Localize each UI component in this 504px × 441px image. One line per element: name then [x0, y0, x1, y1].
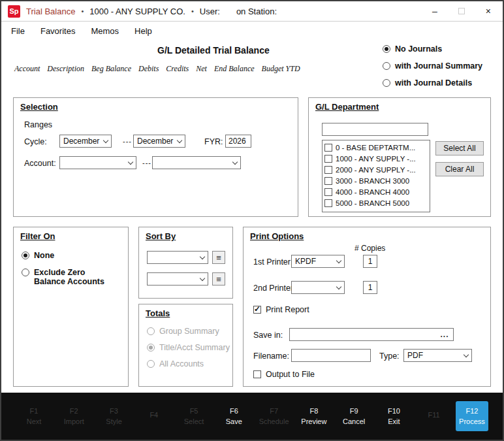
col-description: Description — [47, 64, 84, 74]
cycle-from-select[interactable]: December — [59, 135, 112, 148]
col-end-balance: End Balance — [214, 64, 255, 74]
fn-key-f3: F3Style — [96, 407, 133, 425]
selection-groupbox: Selection Ranges Cycle: December --- Dec… — [13, 97, 298, 217]
fn-key-f10-exit[interactable]: F10Exit — [375, 407, 412, 425]
station-label: on Station: — [236, 7, 277, 16]
window-title: Trial Balance — [26, 7, 75, 16]
select-all-button[interactable]: Select All — [435, 141, 484, 155]
col-net: Net — [196, 64, 207, 74]
chevron-down-icon — [334, 287, 344, 289]
fn-key-f6-save[interactable]: F6Save — [215, 407, 252, 425]
cycle-to-select[interactable]: December — [133, 135, 185, 148]
separator-bullet: • — [191, 7, 194, 15]
radio-icon — [383, 79, 390, 87]
radio-icon — [147, 344, 155, 351]
output-to-file-checkbox[interactable]: Output to File — [253, 370, 315, 379]
radio-icon — [22, 252, 29, 259]
checkbox-icon — [324, 177, 332, 185]
fn-key-f7: F7Schedule — [256, 407, 292, 425]
sort-by-select-2[interactable] — [147, 272, 208, 286]
minimize-icon[interactable]: – — [432, 7, 437, 16]
col-account: Account — [14, 64, 40, 74]
fn-key-f4: F4 — [136, 411, 172, 421]
list-icon: ≡ — [216, 253, 221, 263]
app-logo-icon: Sp — [8, 5, 20, 18]
print-options-groupbox: Print Options # Copies 1st Printer: KPDF… — [243, 227, 491, 387]
filename-label: Filename: — [253, 351, 289, 361]
chevron-down-icon — [174, 140, 185, 142]
radio-icon — [22, 269, 29, 276]
printer1-copies-input[interactable] — [363, 255, 377, 268]
sort-list-button-1[interactable]: ≡ — [212, 251, 225, 264]
function-key-bar: F1Next F2Import F3Style F4 F5Select F6Sa… — [1, 393, 503, 440]
menu-file[interactable]: File — [11, 26, 25, 36]
copies-label: # Copies — [354, 244, 385, 253]
journal-option-with-summary[interactable]: with Journal Summary — [383, 61, 482, 71]
maximize-icon — [458, 8, 465, 14]
selection-title: Selection — [20, 102, 58, 112]
account-from-select[interactable] — [59, 156, 136, 169]
clear-all-button[interactable]: Clear All — [435, 162, 484, 176]
close-icon[interactable]: × — [486, 7, 491, 16]
printer1-select[interactable]: KPDF — [291, 255, 345, 268]
checkbox-icon — [253, 370, 261, 378]
filename-input[interactable] — [291, 349, 371, 362]
sort-list-button-2[interactable]: ≡ — [212, 272, 225, 286]
sort-by-groupbox: Sort By ≡ ≡ — [138, 227, 233, 299]
printer2-label: 2nd Printer: — [253, 284, 296, 293]
department-list: 0 - BASE DEPTARTM... 1000 - ANY SUPPLY -… — [322, 140, 430, 212]
page-title: G/L Detailed Trial Balance — [157, 45, 270, 56]
department-item[interactable]: 0 - BASE DEPTARTM... — [323, 142, 430, 153]
fn-key-f8-preview[interactable]: F8Preview — [296, 407, 332, 425]
save-in-label: Save in: — [253, 331, 283, 340]
account-to-select[interactable] — [152, 156, 241, 169]
department-item[interactable]: 2000 - ANY SUPPLY -... — [323, 164, 430, 175]
save-in-input[interactable]: ... — [289, 328, 454, 341]
totals-groupbox: Totals Group Summary Title/Acct Summary … — [138, 304, 233, 387]
radio-icon — [383, 62, 390, 70]
menu-help[interactable]: Help — [134, 26, 152, 36]
fn-key-f12-process[interactable]: F12Process — [456, 401, 488, 431]
list-icon: ≡ — [216, 274, 221, 284]
sort-by-select-1[interactable] — [147, 251, 208, 264]
checkbox-icon — [253, 306, 261, 314]
department-item[interactable]: 5000 - BRANCH 5000 — [323, 197, 430, 208]
type-select[interactable]: PDF — [403, 349, 472, 362]
department-filter-input[interactable] — [322, 123, 428, 136]
fyr-input[interactable] — [225, 135, 251, 148]
menu-favorites[interactable]: Favorites — [40, 26, 75, 36]
col-debits: Debits — [138, 64, 159, 74]
chevron-down-icon — [197, 257, 208, 259]
filter-on-title: Filter On — [20, 231, 55, 241]
fn-key-f11: F11 — [416, 411, 452, 421]
col-beg-balance: Beg Balance — [91, 64, 131, 74]
fn-key-f9-cancel[interactable]: F9Cancel — [336, 407, 372, 425]
gl-department-title: G/L Department — [315, 102, 379, 112]
type-label: Type: — [379, 351, 400, 361]
menu-memos[interactable]: Memos — [91, 26, 119, 36]
ranges-label: Ranges — [24, 120, 52, 129]
fn-key-f5: F5Select — [176, 407, 212, 425]
chevron-down-icon — [461, 355, 471, 357]
browse-button[interactable]: ... — [436, 330, 453, 339]
fn-key-f2: F2Import — [55, 407, 92, 425]
trial-balance-window: Sp Trial Balance • 1000 - ANY SUPPLY CO.… — [0, 0, 504, 441]
radio-icon — [147, 327, 155, 335]
journal-option-no-journals[interactable]: No Journals — [383, 44, 482, 54]
print-report-checkbox[interactable]: Print Report — [253, 305, 309, 314]
cycle-label: Cycle: — [24, 137, 47, 146]
printer2-copies-input[interactable] — [363, 281, 377, 294]
radio-icon — [147, 360, 155, 368]
col-credits: Credits — [166, 64, 189, 74]
printer2-select[interactable] — [291, 281, 345, 294]
department-item[interactable]: 1000 - ANY SUPPLY -... — [323, 153, 430, 164]
department-item[interactable]: 3000 - BRANCH 3000 — [323, 175, 430, 186]
checkbox-icon — [324, 166, 332, 174]
filter-option-none[interactable]: None — [22, 251, 54, 260]
radio-icon — [383, 45, 390, 53]
menu-bar: File Favorites Memos Help — [1, 22, 503, 40]
department-item[interactable]: 4000 - BRANCH 4000 — [323, 186, 430, 197]
chevron-down-icon — [230, 162, 240, 164]
filter-option-exclude-zero[interactable]: Exclude Zero Balance Accounts — [22, 268, 119, 286]
journal-option-with-details[interactable]: with Journal Details — [383, 78, 482, 88]
